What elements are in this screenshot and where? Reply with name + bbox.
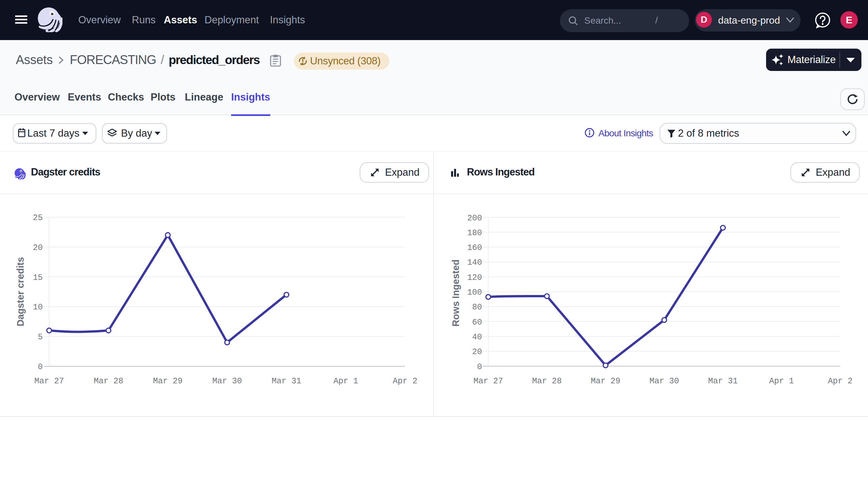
svg-text:Apr 1: Apr 1 [333, 377, 358, 386]
svg-text:160: 160 [467, 243, 482, 253]
svg-text:Mar 30: Mar 30 [213, 377, 242, 386]
svg-text:Mar 29: Mar 29 [153, 377, 182, 386]
svg-text:120: 120 [467, 273, 482, 283]
svg-text:Apr 2: Apr 2 [828, 377, 853, 386]
svg-text:5: 5 [38, 332, 43, 342]
svg-text:Rows Ingested: Rows Ingested [450, 260, 461, 327]
svg-text:Mar 29: Mar 29 [591, 377, 621, 386]
svg-text:Mar 27: Mar 27 [473, 377, 503, 386]
svg-text:Mar 28: Mar 28 [94, 377, 123, 386]
svg-text:Mar 31: Mar 31 [271, 377, 301, 386]
svg-text:25: 25 [33, 213, 43, 223]
svg-text:Mar 30: Mar 30 [649, 377, 679, 386]
svg-text:0: 0 [38, 362, 43, 372]
svg-text:20: 20 [33, 243, 43, 253]
svg-text:200: 200 [467, 213, 482, 223]
svg-text:Apr 1: Apr 1 [769, 377, 794, 386]
svg-text:0: 0 [477, 362, 482, 372]
svg-text:100: 100 [467, 288, 482, 297]
svg-text:80: 80 [472, 303, 482, 312]
svg-text:40: 40 [472, 332, 482, 342]
svg-text:Dagster credits: Dagster credits [15, 257, 26, 326]
svg-text:180: 180 [467, 228, 482, 238]
svg-text:Apr 2: Apr 2 [393, 377, 418, 386]
svg-text:Mar 31: Mar 31 [708, 377, 738, 386]
svg-text:140: 140 [467, 258, 482, 267]
svg-text:15: 15 [33, 273, 43, 283]
svg-text:60: 60 [472, 318, 482, 327]
svg-text:20: 20 [472, 347, 482, 357]
svg-text:10: 10 [33, 303, 43, 312]
svg-text:Mar 27: Mar 27 [34, 377, 64, 386]
svg-text:Mar 28: Mar 28 [532, 377, 562, 386]
